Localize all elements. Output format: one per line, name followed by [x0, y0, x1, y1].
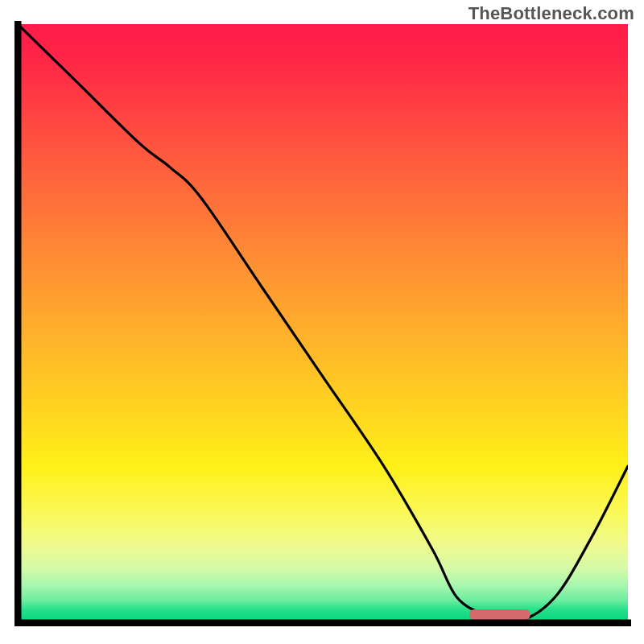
bottleneck-curve: [18, 24, 628, 621]
chart-container: TheBottleneck.com: [0, 0, 644, 644]
watermark-text: TheBottleneck.com: [469, 3, 634, 24]
plot-area: [18, 24, 628, 621]
optimal-marker: [469, 609, 530, 620]
chart-overlay: [18, 24, 628, 621]
